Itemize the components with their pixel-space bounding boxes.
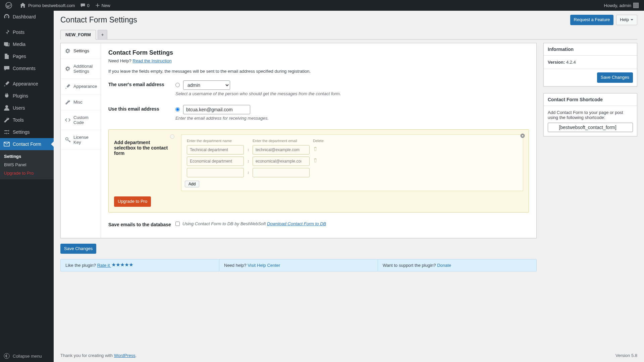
subtab-label: Misc: [73, 100, 97, 105]
subtab-license[interactable]: License Key: [61, 130, 101, 150]
subtab-additional[interactable]: Additional Settings: [61, 59, 101, 79]
use-email-radio[interactable]: [175, 107, 180, 112]
key-icon: [65, 137, 71, 143]
menu-label: Pages: [13, 54, 26, 59]
stars-icon: [112, 263, 133, 267]
section-title: Contact Form Settings: [108, 49, 529, 56]
help-toggle[interactable]: Help: [616, 15, 637, 25]
howdy-link[interactable]: Howdy, admin: [601, 0, 641, 11]
like-text: Like the plugin?: [65, 263, 96, 268]
new-label: New: [102, 3, 110, 8]
request-feature-button[interactable]: Request a Feature: [570, 15, 614, 25]
drag-handle[interactable]: ↕: [246, 144, 251, 155]
support-text: Want to support the plugin?: [383, 263, 436, 268]
user-email-radio[interactable]: [175, 83, 180, 87]
sliders-icon: [3, 129, 10, 135]
upgrade-pro-button[interactable]: Upgrade to Pro: [114, 196, 151, 207]
gear-icon: [65, 48, 71, 54]
info-title: Information: [544, 43, 637, 56]
wrench-icon: [3, 117, 10, 123]
menu-dashboard[interactable]: Dashboard: [0, 11, 54, 23]
site-link[interactable]: Promo bestwebsoft.com: [17, 0, 77, 11]
dept-name-input[interactable]: [187, 157, 244, 166]
menu-posts[interactable]: Posts: [0, 26, 54, 38]
subtab-settings[interactable]: Settings: [61, 43, 101, 59]
trash-icon[interactable]: [313, 147, 318, 152]
wp-logo[interactable]: [3, 0, 17, 11]
save-db-checkbox[interactable]: [175, 222, 180, 226]
user-hint: Select a username of the person who shou…: [175, 91, 529, 96]
dept-row: ↕: [185, 167, 325, 178]
shortcode-input[interactable]: [548, 123, 633, 132]
menu-media[interactable]: Media: [0, 38, 54, 50]
donate-link[interactable]: Donate: [437, 263, 451, 268]
help-center-link[interactable]: Visit Help Center: [248, 263, 280, 268]
submenu-settings[interactable]: Settings: [0, 152, 54, 161]
menu-comments[interactable]: Comments: [0, 62, 54, 74]
rate-it-link[interactable]: Rate it: [97, 263, 133, 268]
subtab-label: License Key: [73, 135, 97, 145]
menu-settings[interactable]: Settings: [0, 126, 54, 138]
footer-wp-link[interactable]: WordPress: [114, 353, 136, 358]
mail-icon: [3, 141, 10, 147]
menu-label: Tools: [13, 117, 24, 123]
tab-add[interactable]: +: [98, 30, 108, 39]
pro-close-button[interactable]: [520, 133, 525, 139]
side-save-button[interactable]: Save Changes: [597, 72, 633, 83]
dept-email-input[interactable]: [253, 157, 310, 166]
user-select[interactable]: admin: [183, 80, 230, 90]
media-icon: [3, 41, 10, 48]
rate-it-label: Rate it: [97, 263, 110, 268]
tab-new-form[interactable]: NEW_FORM: [60, 30, 96, 40]
dept-row: ↕: [185, 144, 325, 155]
footer: Thank you for creating with WordPress. V…: [54, 349, 644, 362]
wordpress-icon: [5, 2, 12, 9]
user-icon: [3, 105, 10, 111]
menu-pages[interactable]: Pages: [0, 50, 54, 62]
subtab-misc[interactable]: Misc: [61, 95, 101, 110]
menu-plugins[interactable]: Plugins: [0, 90, 54, 102]
use-email-label: Use this email address: [108, 105, 175, 121]
gear-icon: [65, 66, 71, 72]
menu-users[interactable]: Users: [0, 102, 54, 114]
dept-name-input[interactable]: [187, 168, 244, 177]
wrench-icon: [65, 99, 71, 105]
help-cell: Need help? Visit Help Center: [219, 259, 378, 271]
form-tabs: NEW_FORM +: [60, 30, 637, 40]
comments-count: 0: [87, 3, 89, 8]
use-email-input[interactable]: [183, 105, 250, 114]
help-label: Help: [620, 16, 629, 23]
submenu-bws[interactable]: BWS Panel: [0, 161, 54, 169]
drag-handle[interactable]: ↕: [246, 167, 251, 178]
dept-email-input[interactable]: [253, 168, 310, 177]
dept-add-button[interactable]: Add: [185, 181, 199, 187]
new-link[interactable]: New: [92, 0, 113, 11]
menu-appearance[interactable]: Appearance: [0, 78, 54, 90]
trash-icon[interactable]: [313, 158, 318, 163]
menu-tools[interactable]: Tools: [0, 114, 54, 126]
submenu-upgrade[interactable]: Upgrade to Pro: [0, 169, 54, 177]
collapse-menu[interactable]: Collapse menu: [0, 350, 54, 362]
chevron-down-icon: [630, 18, 634, 21]
menu-contact-form[interactable]: Contact Form: [0, 138, 54, 150]
read-instruction-link[interactable]: Read the Instruction: [132, 58, 171, 63]
save-changes-button[interactable]: Save Changes: [60, 244, 96, 254]
subtab-label: Custom Code: [73, 115, 97, 125]
subtab-label: Appearance: [73, 84, 97, 89]
menu-label: Contact Form: [13, 141, 41, 147]
subtab-custom-code[interactable]: Custom Code: [61, 110, 101, 130]
drag-handle[interactable]: ↕: [246, 156, 251, 167]
dept-label: Add department selectbox to the contact …: [114, 134, 174, 191]
save-db-text: Using Contact Form to DB by BestWebSoft …: [182, 221, 326, 226]
dept-email-input[interactable]: [253, 145, 310, 155]
greeting-text: Howdy, admin: [604, 3, 631, 8]
menu-label: Appearance: [13, 81, 38, 86]
download-ctdb-link[interactable]: Download Contact Form to DB: [267, 221, 326, 226]
help-line: Need Help? Read the Instruction: [108, 58, 529, 63]
dept-name-input[interactable]: [187, 145, 244, 155]
help-text: Need help?: [224, 263, 247, 268]
subtab-appearance[interactable]: Appearance: [61, 79, 101, 95]
site-name: Promo bestwebsoft.com: [28, 3, 75, 8]
brush-icon: [65, 83, 71, 89]
comments-link[interactable]: 0: [77, 0, 92, 11]
